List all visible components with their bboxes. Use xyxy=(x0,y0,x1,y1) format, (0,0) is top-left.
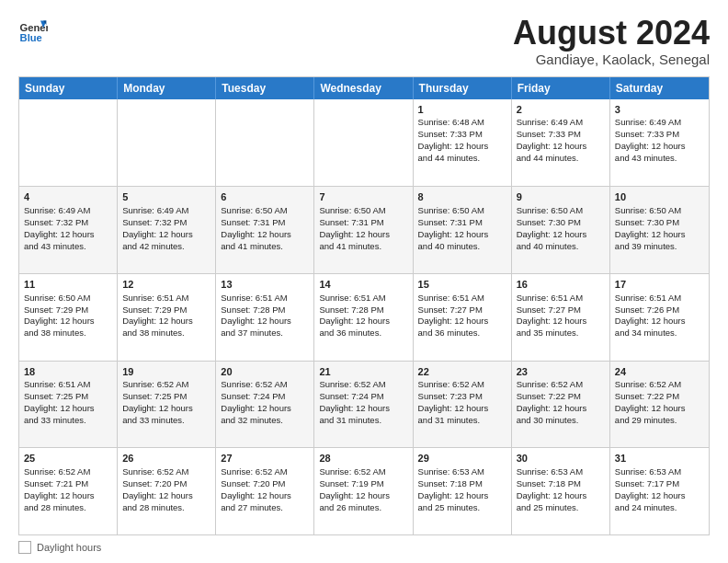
day-info: Sunset: 7:27 PM xyxy=(418,304,506,316)
day-number: 12 xyxy=(122,278,210,292)
day-info: and 35 minutes. xyxy=(517,327,605,339)
table-row: 3Sunrise: 6:49 AMSunset: 7:33 PMDaylight… xyxy=(610,99,709,187)
table-row: 11Sunrise: 6:50 AMSunset: 7:29 PMDayligh… xyxy=(19,274,118,361)
day-number: 25 xyxy=(24,452,112,465)
table-row: 1Sunrise: 6:48 AMSunset: 7:33 PMDaylight… xyxy=(414,99,512,187)
day-number: 10 xyxy=(615,190,704,204)
day-info: Sunrise: 6:51 AM xyxy=(319,293,407,304)
day-info: and 33 minutes. xyxy=(122,415,210,427)
table-row: 16Sunrise: 6:51 AMSunset: 7:27 PMDayligh… xyxy=(512,274,610,361)
calendar-week-2: 4Sunrise: 6:49 AMSunset: 7:32 PMDaylight… xyxy=(19,186,709,273)
cal-header-tuesday: Tuesday xyxy=(216,77,314,99)
table-row: 21Sunrise: 6:52 AMSunset: 7:24 PMDayligh… xyxy=(314,362,413,448)
table-row: 10Sunrise: 6:50 AMSunset: 7:30 PMDayligh… xyxy=(610,187,709,273)
day-info: Daylight: 12 hours xyxy=(418,229,506,241)
day-info: Sunrise: 6:49 AM xyxy=(615,117,704,129)
day-number: 2 xyxy=(517,103,605,117)
day-info: Daylight: 12 hours xyxy=(221,316,309,327)
day-info: and 38 minutes. xyxy=(122,327,210,339)
day-info: Daylight: 12 hours xyxy=(319,316,407,327)
table-row: 25Sunrise: 6:52 AMSunset: 7:21 PMDayligh… xyxy=(19,448,118,534)
day-info: Sunset: 7:24 PM xyxy=(319,391,407,403)
day-info: Sunrise: 6:50 AM xyxy=(517,205,605,217)
svg-text:Blue: Blue xyxy=(20,32,42,43)
daylight-box xyxy=(18,541,31,554)
day-info: and 40 minutes. xyxy=(418,241,506,253)
day-info: Sunset: 7:31 PM xyxy=(418,217,506,229)
day-info: Daylight: 12 hours xyxy=(122,229,210,241)
day-number: 19 xyxy=(122,365,210,379)
calendar-week-1: 1Sunrise: 6:48 AMSunset: 7:33 PMDaylight… xyxy=(19,99,709,187)
day-info: Sunset: 7:17 PM xyxy=(615,478,704,490)
day-info: and 41 minutes. xyxy=(319,241,407,253)
day-info: Sunrise: 6:49 AM xyxy=(122,205,210,217)
day-number: 27 xyxy=(221,452,309,465)
day-info: Daylight: 12 hours xyxy=(319,403,407,415)
day-info: and 43 minutes. xyxy=(615,153,704,165)
table-row: 6Sunrise: 6:50 AMSunset: 7:31 PMDaylight… xyxy=(216,187,314,273)
day-info: Sunset: 7:25 PM xyxy=(122,391,210,403)
day-number: 1 xyxy=(418,103,506,117)
day-number: 3 xyxy=(615,103,704,117)
day-info: Daylight: 12 hours xyxy=(517,316,605,327)
day-info: Sunset: 7:28 PM xyxy=(319,304,407,316)
day-info: Sunset: 7:23 PM xyxy=(418,391,506,403)
day-info: Sunrise: 6:51 AM xyxy=(24,379,112,391)
day-info: Sunset: 7:27 PM xyxy=(517,304,605,316)
table-row: 13Sunrise: 6:51 AMSunset: 7:28 PMDayligh… xyxy=(216,274,314,361)
day-info: Sunrise: 6:52 AM xyxy=(319,379,407,391)
day-info: and 31 minutes. xyxy=(418,415,506,427)
cal-header-sunday: Sunday xyxy=(19,77,118,99)
day-info: Daylight: 12 hours xyxy=(122,490,210,502)
day-info: Sunrise: 6:50 AM xyxy=(24,293,112,304)
day-number: 11 xyxy=(24,278,112,292)
day-info: Sunrise: 6:50 AM xyxy=(418,205,506,217)
calendar: SundayMondayTuesdayWednesdayThursdayFrid… xyxy=(18,76,710,535)
day-info: and 28 minutes. xyxy=(122,502,210,514)
day-info: and 44 minutes. xyxy=(517,153,605,165)
day-info: Daylight: 12 hours xyxy=(418,403,506,415)
day-info: Daylight: 12 hours xyxy=(221,490,309,502)
day-info: Sunset: 7:18 PM xyxy=(418,478,506,490)
day-info: Daylight: 12 hours xyxy=(418,141,506,153)
day-info: and 33 minutes. xyxy=(24,415,112,427)
day-info: and 40 minutes. xyxy=(517,241,605,253)
day-info: Sunrise: 6:51 AM xyxy=(122,293,210,304)
day-info: Sunset: 7:25 PM xyxy=(24,391,112,403)
day-info: Daylight: 12 hours xyxy=(615,141,704,153)
day-info: Sunrise: 6:52 AM xyxy=(221,466,309,478)
day-number: 8 xyxy=(418,190,506,204)
day-info: Daylight: 12 hours xyxy=(221,403,309,415)
table-row xyxy=(19,99,118,187)
day-info: Daylight: 12 hours xyxy=(319,229,407,241)
table-row: 30Sunrise: 6:53 AMSunset: 7:18 PMDayligh… xyxy=(512,448,610,534)
day-info: Sunrise: 6:52 AM xyxy=(122,379,210,391)
day-info: Daylight: 12 hours xyxy=(615,316,704,327)
day-info: and 25 minutes. xyxy=(517,502,605,514)
day-number: 22 xyxy=(418,365,506,379)
day-info: Sunrise: 6:49 AM xyxy=(517,117,605,129)
day-info: Sunset: 7:22 PM xyxy=(615,391,704,403)
day-number: 5 xyxy=(122,190,210,204)
day-info: Sunrise: 6:51 AM xyxy=(517,293,605,304)
table-row: 9Sunrise: 6:50 AMSunset: 7:30 PMDaylight… xyxy=(512,187,610,273)
day-number: 23 xyxy=(517,365,605,379)
header: General Blue August 2024 Gandiaye, Kaola… xyxy=(18,15,710,67)
day-info: and 27 minutes. xyxy=(221,502,309,514)
day-info: Sunset: 7:33 PM xyxy=(615,129,704,141)
day-info: Daylight: 12 hours xyxy=(517,490,605,502)
day-info: and 36 minutes. xyxy=(319,327,407,339)
day-number: 18 xyxy=(24,365,112,379)
day-info: Daylight: 12 hours xyxy=(122,316,210,327)
day-info: and 44 minutes. xyxy=(418,153,506,165)
page-title: August 2024 xyxy=(513,15,710,52)
day-info: Sunrise: 6:50 AM xyxy=(319,205,407,217)
day-info: and 38 minutes. xyxy=(24,327,112,339)
table-row: 22Sunrise: 6:52 AMSunset: 7:23 PMDayligh… xyxy=(414,362,512,448)
day-info: and 24 minutes. xyxy=(615,502,704,514)
day-info: Sunrise: 6:52 AM xyxy=(24,466,112,478)
table-row: 7Sunrise: 6:50 AMSunset: 7:31 PMDaylight… xyxy=(314,187,413,273)
day-info: Sunrise: 6:52 AM xyxy=(221,379,309,391)
page: General Blue August 2024 Gandiaye, Kaola… xyxy=(0,0,728,563)
footer: Daylight hours xyxy=(18,541,710,554)
